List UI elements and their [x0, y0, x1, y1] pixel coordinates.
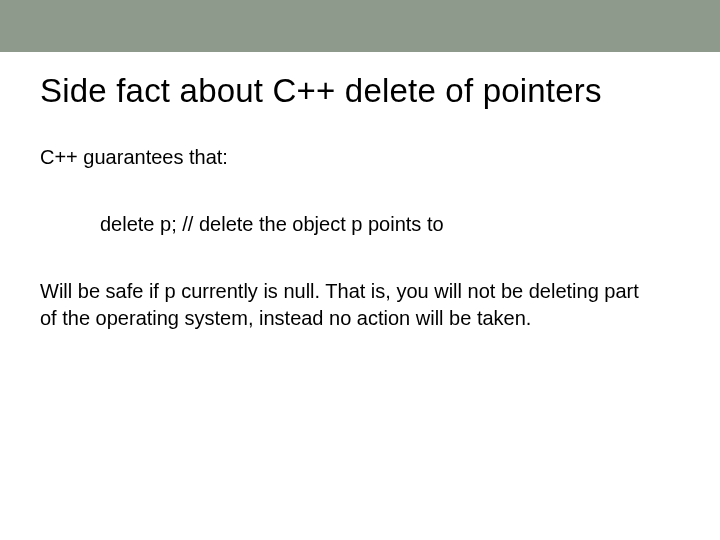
slide-intro-text: C++ guarantees that: — [40, 144, 680, 171]
slide-explanation-text: Will be safe if p currently is null. Tha… — [40, 278, 660, 332]
slide-title: Side fact about C++ delete of pointers — [40, 72, 680, 110]
slide-code-line: delete p; // delete the object p points … — [100, 211, 680, 238]
slide-content: Side fact about C++ delete of pointers C… — [0, 72, 720, 332]
slide-top-bar — [0, 0, 720, 52]
